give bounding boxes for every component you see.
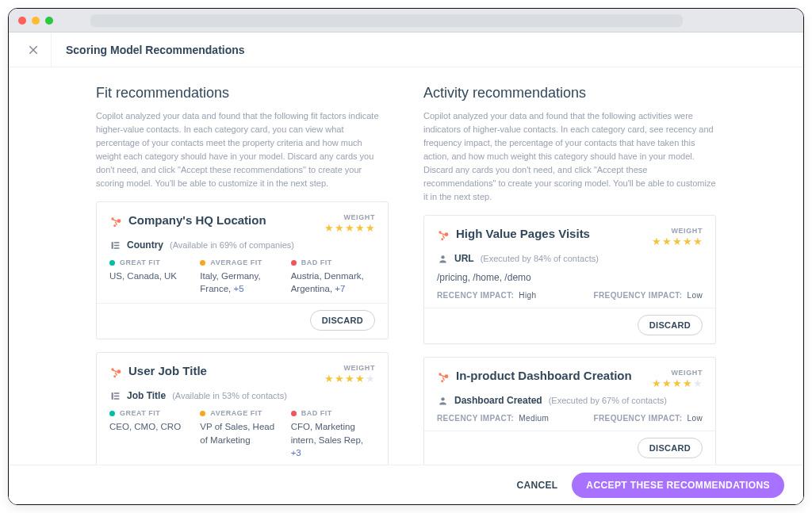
more-link[interactable]: +5 — [234, 284, 244, 293]
bad-fit-values: CFO, Marketing intern, Sales Rep, +3 — [291, 420, 375, 458]
activity-description: Copilot analyzed your data and found tha… — [423, 109, 716, 204]
more-link[interactable]: +7 — [335, 284, 345, 293]
svg-rect-16 — [111, 392, 113, 400]
weight-stars: ★★★★★ — [652, 378, 703, 389]
svg-point-27 — [441, 239, 443, 241]
discard-button[interactable]: DISCARD — [638, 315, 703, 335]
frequency-label: FREQUENCY IMPACT: — [593, 414, 682, 423]
property-availability: (Available in 53% of contacts) — [172, 391, 287, 400]
discard-button[interactable]: DISCARD — [310, 310, 375, 331]
weight-label: WEIGHT — [652, 369, 703, 377]
close-icon[interactable] — [15, 33, 52, 67]
average-fit-label: AVERAGE FIT — [210, 409, 262, 417]
activity-column: Activity recommendations Copilot analyze… — [423, 85, 716, 465]
fit-heading: Fit recommendations — [96, 85, 389, 101]
recency-value: High — [519, 291, 536, 300]
user-icon — [437, 254, 448, 264]
frequency-label: FREQUENCY IMPACT: — [593, 291, 682, 300]
page: Scoring Model Recommendations Fit recomm… — [9, 33, 803, 504]
traffic-light-minimize[interactable] — [32, 17, 40, 25]
svg-rect-5 — [113, 220, 117, 222]
card-title: User Job Title — [128, 364, 318, 377]
fit-card-job-title: User Job Title WEIGHT ★★★★★ Job Title — [96, 352, 389, 465]
dot-orange-icon — [200, 411, 205, 416]
svg-rect-28 — [440, 233, 445, 235]
recency-label: RECENCY IMPACT: — [437, 291, 514, 300]
svg-rect-18 — [113, 396, 119, 397]
average-fit-label: AVERAGE FIT — [210, 258, 262, 266]
dot-orange-icon — [200, 260, 205, 266]
more-link[interactable]: +3 — [291, 448, 301, 457]
hubspot-icon — [109, 216, 122, 228]
great-fit-label: GREAT FIT — [120, 409, 160, 417]
svg-point-26 — [445, 233, 449, 237]
svg-point-36 — [441, 397, 444, 400]
property-icon — [109, 391, 121, 401]
page-title: Scoring Model Recommendations — [52, 44, 245, 56]
fit-description: Copilot analyzed your data and found tha… — [96, 109, 389, 190]
great-fit-values: US, Canada, UK — [109, 270, 193, 282]
weight-stars: ★★★★★ — [324, 373, 375, 384]
fit-card-hq-location: Company's HQ Location WEIGHT ★★★★★ Coun — [96, 201, 389, 339]
property-name: Job Title — [127, 390, 166, 401]
property-name: Dashboard Created — [454, 395, 542, 406]
svg-rect-7 — [111, 242, 113, 249]
frequency-value: Low — [687, 291, 703, 300]
bad-fit-label: BAD FIT — [301, 258, 332, 266]
average-fit-values: VP of Sales, Head of Marketing — [200, 420, 284, 446]
property-icon — [109, 240, 121, 251]
property-availability: (Executed by 84% of contacts) — [481, 254, 599, 263]
address-bar[interactable] — [90, 14, 683, 27]
property-name: URL — [454, 253, 474, 264]
svg-rect-14 — [113, 370, 117, 373]
dot-red-icon — [291, 260, 297, 266]
recency-value: Medium — [519, 414, 549, 423]
svg-rect-34 — [440, 375, 445, 377]
svg-point-30 — [441, 255, 444, 258]
weight-label: WEIGHT — [324, 213, 375, 221]
fit-column: Fit recommendations Copilot analyzed you… — [96, 85, 389, 465]
property-availability: (Available in 69% of companies) — [170, 240, 294, 250]
svg-point-32 — [445, 375, 449, 379]
hubspot-icon — [437, 371, 450, 384]
content-area: Fit recommendations Copilot analyzed you… — [9, 67, 803, 465]
average-fit-values: Italy, Germany, France, +5 — [200, 270, 284, 295]
weight-label: WEIGHT — [324, 364, 375, 372]
svg-rect-19 — [113, 398, 119, 400]
weight-stars: ★★★★★ — [652, 236, 703, 247]
card-title: Company's HQ Location — [128, 213, 318, 227]
weight-label: WEIGHT — [652, 227, 703, 235]
discard-button[interactable]: DISCARD — [638, 438, 703, 458]
activity-card-high-value-pages: High Value Pages Visits WEIGHT ★★★★★ UR — [423, 215, 716, 344]
traffic-light-maximize[interactable] — [45, 17, 53, 25]
card-title: In-product Dashboard Creation — [456, 369, 645, 382]
card-title: High Value Pages Visits — [456, 227, 645, 240]
svg-rect-9 — [113, 244, 119, 246]
activity-card-dashboard-creation: In-product Dashboard Creation WEIGHT ★★★… — [423, 357, 716, 465]
svg-point-3 — [117, 220, 121, 224]
recency-label: RECENCY IMPACT: — [437, 414, 514, 423]
accept-button[interactable]: ACCEPT THESE RECOMMENDATIONS — [572, 473, 784, 498]
window-titlebar — [9, 9, 803, 33]
hubspot-icon — [437, 229, 450, 242]
dot-green-icon — [109, 260, 115, 266]
property-name: Country — [127, 239, 163, 251]
svg-point-13 — [113, 376, 116, 378]
weight-stars: ★★★★★ — [324, 223, 375, 233]
bad-fit-label: BAD FIT — [301, 409, 332, 417]
great-fit-values: CEO, CMO, CRO — [109, 420, 193, 433]
property-availability: (Executed by 67% of contacts) — [549, 396, 667, 405]
footer-bar: CANCEL ACCEPT THESE RECOMMENDATIONS — [9, 465, 803, 504]
svg-point-4 — [113, 224, 116, 227]
bad-fit-values: Austria, Denmark, Argentina, +7 — [291, 270, 375, 295]
svg-rect-8 — [113, 242, 119, 243]
hubspot-icon — [109, 366, 122, 379]
browser-frame: Scoring Model Recommendations Fit recomm… — [8, 8, 804, 505]
dot-green-icon — [109, 411, 115, 416]
activity-heading: Activity recommendations — [423, 85, 716, 101]
great-fit-label: GREAT FIT — [120, 258, 160, 266]
user-icon — [437, 396, 448, 406]
dot-red-icon — [291, 411, 297, 416]
traffic-light-close[interactable] — [18, 17, 26, 25]
cancel-button[interactable]: CANCEL — [517, 480, 558, 491]
